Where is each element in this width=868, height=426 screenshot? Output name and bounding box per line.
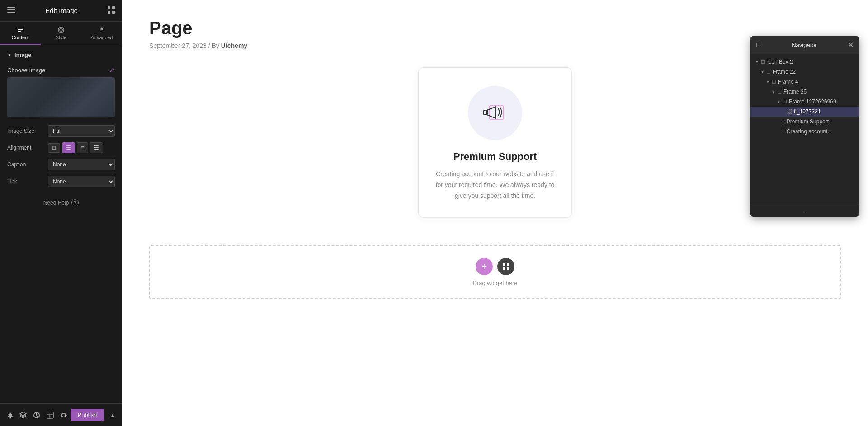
nav-type-icon-1: ☐ — [766, 69, 771, 75]
caption-select[interactable]: None Above Below — [48, 159, 115, 170]
eye-icon-button[interactable] — [57, 404, 71, 426]
card-description: Creating account to our website and use … — [432, 169, 558, 201]
sidebar-header: Edit Image — [0, 0, 122, 22]
publish-button[interactable]: Publish — [71, 409, 104, 421]
history-icon-button[interactable] — [30, 404, 43, 426]
card-icon-circle — [468, 86, 522, 140]
expand-arrows-icon[interactable]: ⤢ — [109, 66, 115, 74]
nav-arrow-1: ▼ — [760, 70, 764, 74]
navigator-title: Navigator — [792, 42, 817, 48]
alignment-controls: ☐ ☰ ≡ ☰ — [48, 142, 115, 153]
nav-item-frame25[interactable]: ▼ ☐ Frame 25 — [750, 87, 859, 97]
nav-label-1: Frame 22 — [773, 69, 796, 75]
grid-widget-button[interactable] — [497, 258, 514, 275]
nav-item-iconbox2[interactable]: ▼ ☐ Icon Box 2 — [750, 57, 859, 67]
choose-image-label: Choose Image — [7, 67, 46, 74]
page-meta: September 27, 2023 / By Uichemy — [149, 42, 841, 49]
navigator-panel: ☐ Navigator ✕ ▼ ☐ Icon Box 2 ▼ ☐ Frame 2… — [750, 36, 859, 217]
template-icon-button[interactable] — [43, 404, 57, 426]
svg-rect-1 — [7, 9, 15, 10]
image-preview-inner — [7, 77, 115, 117]
tab-advanced[interactable]: Advanced — [81, 22, 122, 45]
sidebar-title: Edit Image — [45, 7, 78, 14]
svg-rect-2 — [7, 12, 15, 13]
link-row: Link None Media File Custom URL — [0, 173, 122, 190]
sidebar-bottom: Publish ▲ — [0, 403, 122, 426]
drop-zone-label: Drag widget here — [473, 280, 518, 286]
nav-tree: ▼ ☐ Icon Box 2 ▼ ☐ Frame 22 ▼ ☐ Frame 4 … — [750, 54, 859, 206]
tab-advanced-label: Advanced — [91, 35, 113, 40]
nav-item-fi1077221[interactable]: ▶ 🖼 fi_1077221 — [750, 107, 859, 117]
nav-label-0: Icon Box 2 — [767, 59, 793, 65]
svg-rect-16 — [503, 267, 505, 270]
section-arrow: ▼ — [7, 52, 12, 57]
svg-rect-0 — [7, 7, 15, 8]
image-section-header: ▼ Image — [0, 45, 122, 63]
link-field: None Media File Custom URL — [48, 176, 115, 187]
need-help-row[interactable]: Need Help ? — [0, 199, 122, 206]
nav-arrow-0: ▼ — [755, 60, 759, 64]
align-center-button[interactable]: ≡ — [77, 142, 88, 153]
svg-rect-10 — [47, 414, 53, 415]
svg-rect-14 — [503, 263, 505, 266]
left-sidebar: Edit Image Content Style — [0, 0, 122, 426]
svg-point-8 — [58, 27, 64, 33]
settings-icon-button[interactable] — [3, 404, 16, 426]
nav-item-frame4[interactable]: ▼ ☐ Frame 4 — [750, 77, 859, 87]
hamburger-icon[interactable] — [7, 7, 15, 15]
collapse-sidebar-button[interactable]: ▲ — [106, 412, 119, 419]
alignment-row: Alignment ☐ ☰ ≡ ☰ — [0, 140, 122, 156]
image-preview[interactable] — [7, 77, 115, 117]
svg-rect-5 — [108, 11, 110, 14]
link-label: Link — [7, 178, 48, 185]
navigator-footer-text: ... — [802, 209, 807, 214]
image-size-row: Image Size Full Large Medium Thumbnail — [0, 122, 122, 140]
nav-label-2: Frame 4 — [778, 79, 798, 85]
nav-item-premium-support[interactable]: ▶ T Premium Support — [750, 117, 859, 126]
nav-type-icon-0: ☐ — [761, 59, 765, 65]
choose-image-row: Choose Image ⤢ — [0, 63, 122, 75]
align-right-button[interactable]: ☰ — [90, 142, 103, 153]
alignment-label: Alignment — [7, 145, 48, 151]
card-title: Premium Support — [432, 151, 558, 163]
drop-zone: + Drag widget here — [149, 245, 841, 299]
caption-row: Caption None Above Below — [0, 156, 122, 173]
align-left-button[interactable]: ☰ — [62, 142, 75, 153]
caption-label: Caption — [7, 161, 48, 168]
need-help-label: Need Help — [43, 200, 69, 206]
sidebar-tabs: Content Style Advanced — [0, 22, 122, 45]
sidebar-content: ▼ Image Choose Image ⤢ Image Size Full L… — [0, 45, 122, 403]
nav-label-3: Frame 25 — [783, 89, 807, 95]
tab-style[interactable]: Style — [41, 22, 81, 45]
navigator-panel-icon: ☐ — [756, 42, 761, 48]
grid-icon[interactable] — [108, 6, 115, 15]
help-icon: ? — [71, 199, 79, 206]
nav-item-frame1272626969[interactable]: ▼ ☐ Frame 1272626969 — [750, 97, 859, 107]
svg-point-7 — [60, 28, 62, 31]
section-title: Image — [14, 51, 32, 58]
nav-type-icon-7: T — [782, 129, 785, 134]
add-widget-button[interactable]: + — [476, 258, 493, 275]
svg-rect-15 — [507, 263, 509, 266]
link-select[interactable]: None Media File Custom URL — [48, 176, 115, 187]
nav-label-7: Creating account... — [787, 128, 832, 135]
svg-rect-3 — [108, 6, 110, 9]
svg-rect-11 — [49, 414, 50, 418]
image-size-select[interactable]: Full Large Medium Thumbnail — [48, 125, 115, 137]
drop-zone-buttons: + — [476, 258, 514, 275]
nav-type-icon-5: 🖼 — [787, 109, 792, 114]
support-card: Premium Support Creating account to our … — [418, 67, 572, 218]
nav-item-frame22[interactable]: ▼ ☐ Frame 22 — [750, 67, 859, 77]
nav-type-icon-6: T — [782, 119, 785, 124]
navigator-header: ☐ Navigator ✕ — [750, 36, 859, 54]
nav-type-icon-2: ☐ — [772, 79, 776, 85]
nav-type-icon-4: ☐ — [783, 99, 787, 105]
nav-arrow-3: ▼ — [771, 89, 775, 94]
navigator-close-button[interactable]: ✕ — [848, 41, 854, 49]
nav-item-creating-account[interactable]: ▶ T Creating account... — [750, 126, 859, 136]
megaphone-icon — [477, 95, 513, 131]
tab-content[interactable]: Content — [0, 22, 41, 45]
image-size-label: Image Size — [7, 128, 48, 134]
nav-label-6: Premium Support — [787, 118, 829, 125]
layers-icon-button[interactable] — [16, 404, 30, 426]
